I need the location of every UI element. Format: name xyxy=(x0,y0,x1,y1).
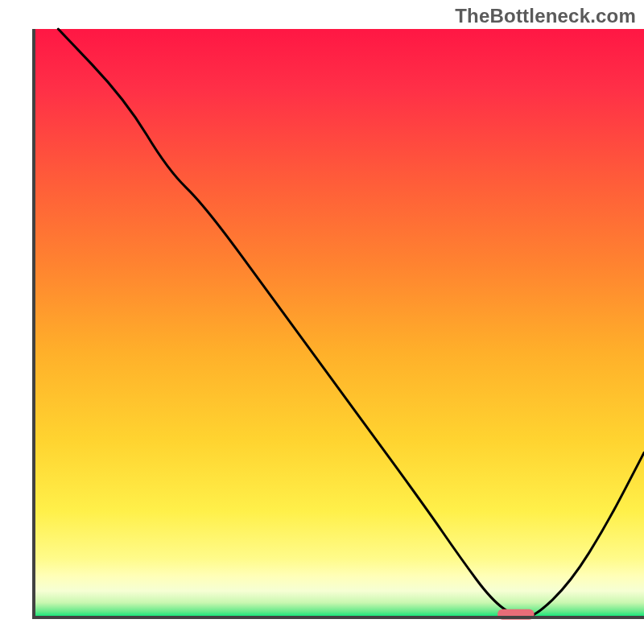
bottleneck-chart xyxy=(0,0,644,644)
chart-container: TheBottleneck.com xyxy=(0,0,644,644)
plot-background xyxy=(34,29,644,617)
watermark-text: TheBottleneck.com xyxy=(455,5,636,27)
